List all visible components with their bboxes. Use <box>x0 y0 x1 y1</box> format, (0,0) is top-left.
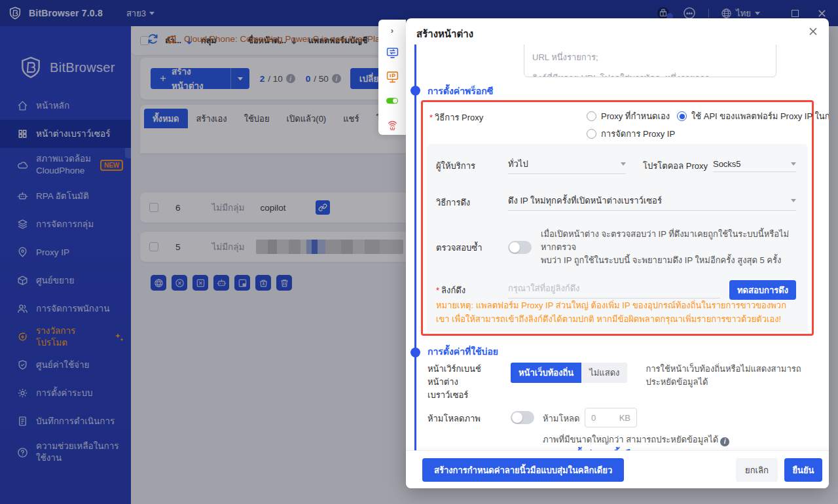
url-placeholder-line2: ลิงก์ที่มีหลาย URL โปรดใส่บรรทัดละหนึ่งร… <box>532 71 771 77</box>
recheck-toggle[interactable] <box>508 241 532 254</box>
timeline-dot-common <box>410 348 420 357</box>
confirm-button[interactable]: ยืนยัน <box>784 458 822 482</box>
radio-api-extract[interactable]: ใช้ API ของแพลตฟอร์ม Proxy IP ในการดึงลิ… <box>677 109 829 123</box>
segment-local-page[interactable]: หน้าเว็บท้องถิ่น <box>511 363 581 383</box>
toggle-status-icon[interactable] <box>385 94 399 108</box>
modal-header: สร้างหน้าต่าง <box>406 18 829 45</box>
fingerprint-icon[interactable] <box>385 118 399 132</box>
modal-footer: สร้างการกำหนดค่าลายนิ้วมือแบบสุ่มในคลิกเ… <box>406 450 829 488</box>
modal-title: สร้างหน้าต่าง <box>416 26 473 42</box>
window-sync-icon[interactable] <box>385 45 399 60</box>
proxy-section-heading: การตั้งค่าพร็อกซี <box>428 84 493 98</box>
modal-quick-rail: › <box>378 20 406 135</box>
info-icon[interactable]: i <box>720 437 729 446</box>
chevron-down-icon <box>621 162 626 166</box>
url-placeholder-line1: URL หนึ่งรายการ; <box>532 50 771 64</box>
section-timeline <box>414 45 416 450</box>
chevron-down-icon <box>791 162 796 166</box>
bitbrowser-app: BitBrowser 7.0.8 สาย3 ไทย <box>0 0 838 504</box>
recheck-row: ตรวจสอบซ้ำ เมื่อเปิดหน้าต่าง จะตรวจสอบว่… <box>436 228 796 267</box>
segment-hide[interactable]: ไม่แสดง <box>581 363 627 383</box>
cancel-button[interactable]: ยกเลิก <box>736 458 778 482</box>
extract-link-input[interactable]: กรุณาใส่ที่อยู่ลิงก์ดึง <box>508 281 720 298</box>
workbench-segmented: หน้าเว็บท้องถิ่น ไม่แสดง <box>511 363 627 402</box>
provider-row: ผู้ให้บริการ ทั่วไป โปรโตคอล Proxy Socks… <box>436 157 796 174</box>
modal-content: URL หนึ่งรายการ; ลิงก์ที่มีหลาย URL โปรด… <box>406 45 829 450</box>
common-section-heading: การตั้งค่าที่ใช้บ่อย <box>428 344 498 359</box>
extract-link-row: *ลิงก์ดึง กรุณาใส่ที่อยู่ลิงก์ดึง ทดสอบก… <box>436 280 796 300</box>
extract-method-select[interactable]: ดึง IP ใหม่ทุกครั้งที่เปิดหน้าต่างเบราว์… <box>508 194 796 211</box>
proxy-api-panel: ผู้ให้บริการ ทั่วไป โปรโตคอล Proxy Socks… <box>427 144 808 333</box>
random-fingerprint-button[interactable]: สร้างการกำหนดค่าลายนิ้วมือแบบสุ่มในคลิกเ… <box>422 458 624 482</box>
size-value: 0 <box>591 413 619 423</box>
startup-url-textarea[interactable]: URL หนึ่งรายการ; ลิงก์ที่มีหลาย URL โปรด… <box>524 45 776 77</box>
image-size-input[interactable]: 0 KB <box>585 408 637 427</box>
radio-icon <box>587 111 596 121</box>
collapse-rail-icon[interactable]: › <box>391 26 393 35</box>
protocol-select[interactable]: Socks5 <box>713 159 796 172</box>
provider-select[interactable]: ทั่วไป <box>508 157 626 174</box>
chevron-down-icon <box>791 199 796 202</box>
proxy-ip-icon[interactable] <box>385 69 399 84</box>
radio-proxy-ip-manage[interactable]: การจัดการ Proxy IP <box>587 127 675 141</box>
timeline-dot-proxy <box>410 86 420 96</box>
radio-icon <box>677 111 687 121</box>
proxy-note: หมายเหตุ: แพลตฟอร์ม Proxy IP ส่วนใหญ่ ต้… <box>436 298 796 327</box>
no-image-toggle[interactable] <box>511 411 534 424</box>
workbench-row: หน้าเวิร์กเบนช์หน้าต่างเบราว์เซอร์ หน้าเ… <box>428 363 816 402</box>
create-window-modal: สร้างหน้าต่าง URL หนึ่งรายการ; ลิงก์ที่ม… <box>406 18 829 488</box>
proxy-method-label: *วิธีการ Proxy <box>429 111 483 124</box>
test-extract-button[interactable]: ทดสอบการดึง <box>729 280 796 300</box>
radio-custom-proxy[interactable]: Proxy ที่กำหนดเอง <box>587 109 670 123</box>
size-unit: KB <box>619 413 630 423</box>
extract-method-row: วิธีการดึง ดึง IP ใหม่ทุกครั้งที่เปิดหน้… <box>436 194 796 211</box>
radio-icon <box>587 129 596 139</box>
close-icon[interactable] <box>808 26 818 37</box>
proxy-highlight-box: *วิธีการ Proxy Proxy ที่กำหนดเอง ใช้ API… <box>421 100 814 336</box>
